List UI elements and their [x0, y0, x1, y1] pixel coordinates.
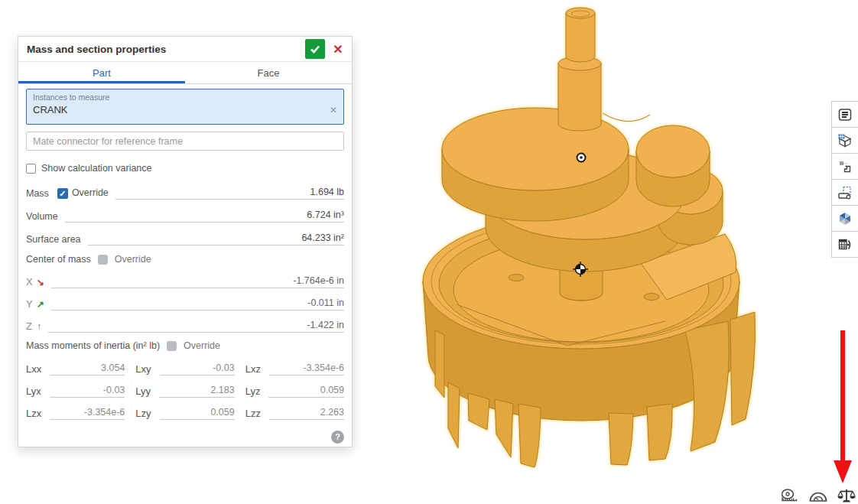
- surface-area-label: Surface area: [26, 234, 81, 245]
- lxx-label: Lxx: [26, 363, 41, 376]
- mate-connector-marker[interactable]: [577, 154, 586, 162]
- lyy-value: 2.183: [159, 385, 235, 398]
- lzz-label: Lzz: [245, 408, 261, 420]
- clear-selection-button[interactable]: ✕: [330, 105, 337, 115]
- protractor-icon[interactable]: [808, 488, 828, 504]
- tab-face[interactable]: Face: [185, 62, 352, 83]
- lzx-label: Lzx: [26, 408, 41, 420]
- commit-button[interactable]: [305, 39, 325, 59]
- show-variance-checkbox[interactable]: [26, 164, 36, 174]
- z-axis-label: Z: [26, 320, 37, 333]
- com-z-value: -1.422 in: [48, 320, 344, 333]
- faceted-sphere-panel-icon[interactable]: [832, 206, 858, 232]
- com-y-value: -0.011 in: [51, 298, 344, 311]
- show-variance-label: Show calculation variance: [41, 163, 152, 174]
- mass-override-checkbox[interactable]: ✓: [57, 188, 68, 199]
- shaft-mid: [558, 63, 601, 131]
- surface-area-row: Surface area 64.233 in²: [26, 229, 344, 245]
- lxx-value: 3.054: [50, 363, 125, 376]
- surface-area-value: 64.233 in²: [88, 232, 344, 245]
- instances-field-label: Instances to measure: [33, 93, 337, 102]
- lyy-label: Lyy: [135, 385, 151, 398]
- mass-value[interactable]: 1.694 lb: [115, 187, 344, 200]
- in-context-part-panel-icon[interactable]: [832, 154, 858, 180]
- mass-label: Mass: [26, 188, 49, 200]
- mate-connector-placeholder: Mate connector for reference frame: [33, 136, 183, 147]
- lxz-value: -3.354e-6: [269, 363, 344, 376]
- right-panel-rail: [831, 101, 858, 258]
- shaft-top: [566, 13, 595, 62]
- volume-label: Volume: [26, 211, 58, 223]
- feature-list-panel-icon[interactable]: [832, 102, 858, 128]
- com-x-value: -1.764e-6 in: [51, 275, 344, 288]
- featurescript-table-panel-icon[interactable]: [832, 232, 858, 258]
- x-axis-label: X: [26, 276, 37, 288]
- lzy-value: 0.059: [160, 407, 235, 420]
- mass-properties-scale-icon[interactable]: [837, 488, 856, 504]
- lzy-label: Lzy: [135, 408, 151, 420]
- dialog-title: Mass and section properties: [27, 44, 305, 55]
- lxy-value: -0.03: [160, 363, 235, 376]
- dialog-header: Mass and section properties ✕: [18, 37, 352, 62]
- tape-measure-icon[interactable]: [780, 488, 800, 504]
- annotation-arrow: [833, 330, 853, 485]
- com-z-row: Z ↑ -1.422 in: [26, 317, 344, 333]
- inertia-override-label: Override: [184, 340, 220, 351]
- lyx-value: -0.03: [50, 385, 125, 398]
- mass-properties-dialog: Mass and section properties ✕ Part Face …: [18, 36, 353, 447]
- volume-value: 6.724 in³: [65, 210, 344, 223]
- lzx-value: -3.354e-6: [50, 407, 125, 420]
- lxz-label: Lxz: [245, 363, 261, 376]
- close-icon: ✕: [333, 42, 343, 57]
- cube-grid-panel-icon[interactable]: [832, 128, 858, 154]
- mass-override-label: Override: [72, 187, 109, 199]
- lyz-label: Lyz: [245, 385, 261, 398]
- crank-model[interactable]: [423, 8, 756, 467]
- com-x-row: X ↘ -1.764e-6 in: [26, 272, 344, 288]
- inertia-override-checkbox[interactable]: [167, 341, 177, 351]
- help-button[interactable]: ?: [331, 431, 344, 444]
- checkmark-icon: [309, 43, 321, 55]
- instances-to-measure-field[interactable]: Instances to measure CRANK ✕: [26, 89, 344, 125]
- close-button[interactable]: ✕: [330, 39, 346, 59]
- dialog-tabs: Part Face: [18, 62, 352, 84]
- lzz-value: 2.263: [269, 407, 344, 420]
- lyx-label: Lyx: [26, 385, 41, 398]
- help-icon: ?: [335, 432, 340, 441]
- mass-row: Mass ✓ Override 1.694 lb: [26, 184, 344, 200]
- tab-part[interactable]: Part: [18, 62, 185, 83]
- lxy-label: Lxy: [135, 363, 151, 376]
- mate-connector-input[interactable]: Mate connector for reference frame: [26, 132, 344, 151]
- named-views-panel-icon[interactable]: [832, 180, 858, 206]
- instances-field-value: CRANK: [33, 104, 330, 115]
- y-axis-label: Y: [26, 298, 37, 311]
- inertia-grid: Lxx3.054 Lxy-0.03 Lxz-3.354e-6 Lyx-0.03 …: [26, 359, 344, 420]
- volume-row: Volume 6.724 in³: [26, 206, 344, 223]
- lyz-value: 0.059: [268, 385, 344, 398]
- inertia-label: Mass moments of inertia (in² lb): [26, 340, 160, 351]
- com-y-row: Y ↗ -0.011 in: [26, 294, 344, 311]
- y-axis-arrow-icon: ↗: [37, 299, 44, 311]
- com-override-checkbox[interactable]: [98, 255, 108, 265]
- app-window: Mass and section properties ✕ Part Face …: [0, 0, 858, 504]
- x-axis-arrow-icon: ↘: [37, 277, 44, 288]
- z-axis-arrow-icon: ↑: [37, 321, 41, 333]
- center-of-mass-label: Center of mass: [26, 254, 91, 265]
- clear-icon: ✕: [330, 105, 337, 115]
- measure-toolbar: [780, 488, 856, 504]
- com-override-label: Override: [115, 254, 151, 265]
- floor-hole-left: [509, 275, 524, 281]
- floor-hole-right: [644, 294, 659, 301]
